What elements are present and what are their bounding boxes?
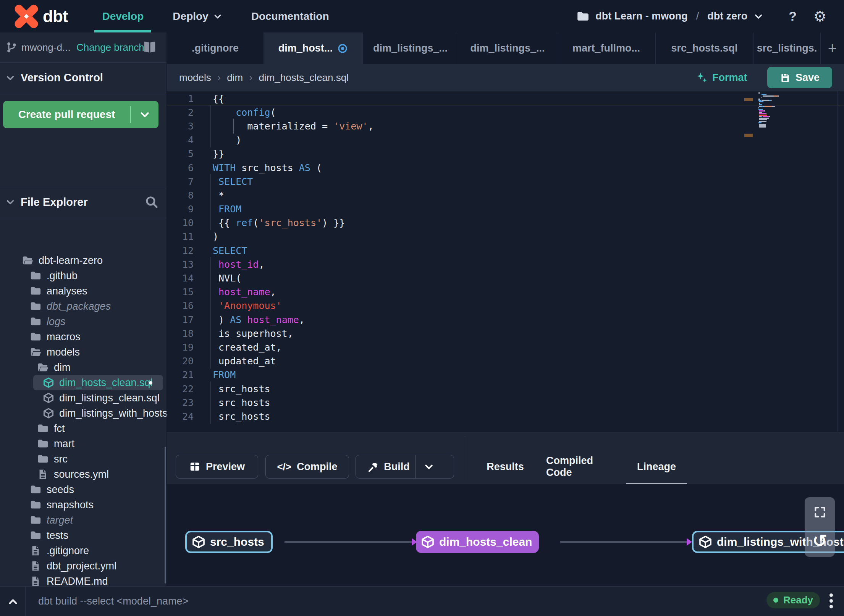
tree-item-.github[interactable]: .github <box>0 268 167 283</box>
file-tab-0[interactable]: .gitignore <box>167 32 264 64</box>
tree-item-dim_hosts_clean.sql[interactable]: dim_hosts_clean.sql <box>33 375 163 390</box>
dbt-logo[interactable]: dbt <box>14 4 68 29</box>
tree-item-target[interactable]: target <box>0 513 167 528</box>
tree-item-mart[interactable]: mart <box>0 436 167 451</box>
folder-icon <box>30 484 41 495</box>
build-button[interactable]: Build <box>356 455 454 479</box>
code-line-13[interactable]: 13 host_id, <box>167 257 844 271</box>
tree-item-snapshots[interactable]: snapshots <box>0 497 167 513</box>
kebab-menu-icon[interactable] <box>829 593 833 608</box>
preview-button[interactable]: Preview <box>176 455 258 479</box>
pr-dropdown-caret[interactable] <box>130 106 158 123</box>
code-line-16[interactable]: 16 'Anonymous' <box>167 299 844 313</box>
help-button[interactable]: ? <box>789 9 797 24</box>
code-line-8[interactable]: 8 * <box>167 188 844 202</box>
code-line-11[interactable]: 11) <box>167 230 844 244</box>
panel-tab-compiled-code[interactable]: Compiled Code <box>546 455 614 479</box>
code-line-1[interactable]: 1{{ <box>167 92 844 105</box>
create-pull-request-button[interactable]: Create pull request <box>3 101 158 128</box>
command-placeholder[interactable]: dbt build --select <model_name> <box>38 595 188 607</box>
tree-item-dbt_packages[interactable]: dbt_packages <box>0 299 167 314</box>
file-tab-2[interactable]: dim_listings_... <box>363 32 458 64</box>
refresh-icon[interactable]: ↺ <box>812 533 827 548</box>
folder-icon <box>30 530 41 541</box>
panel-tab-lineage[interactable]: Lineage <box>630 455 683 479</box>
file-tab-4[interactable]: mart_fullmo... <box>557 32 656 64</box>
code-line-2[interactable]: 2 config( <box>167 105 844 119</box>
code-line-19[interactable]: 19 created_at, <box>167 340 844 354</box>
code-line-17[interactable]: 17 ) AS host_name, <box>167 313 844 327</box>
code-line-21[interactable]: 21FROM <box>167 368 844 382</box>
compile-button[interactable]: </>Compile <box>265 455 349 479</box>
file-tab-3[interactable]: dim_listings_... <box>458 32 557 64</box>
lineage-canvas[interactable]: src_hostsdim_hosts_cleandim_listings_wit… <box>167 484 844 586</box>
version-control-header[interactable]: Version Control <box>0 63 167 93</box>
breadcrumb-part[interactable]: dim <box>227 72 243 84</box>
minimap[interactable] <box>758 92 808 128</box>
tree-item-dim_listings_with_hosts...[interactable]: dim_listings_with_hosts... <box>0 406 167 421</box>
tree-item-README.md[interactable]: README.md <box>0 574 167 586</box>
lineage-node-src_hosts[interactable]: src_hosts <box>185 531 273 553</box>
breadcrumb-part[interactable]: models <box>179 72 211 84</box>
tree-item-analyses[interactable]: analyses <box>0 283 167 299</box>
change-branch-link[interactable]: Change branch <box>76 42 144 53</box>
tree-item-seeds[interactable]: seeds <box>0 482 167 497</box>
tree-item-dim_listings_clean.sql[interactable]: dim_listings_clean.sql <box>0 390 167 406</box>
code-line-3[interactable]: 3 materialized = 'view', <box>167 119 844 133</box>
code-line-14[interactable]: 14 NVL( <box>167 271 844 285</box>
code-line-7[interactable]: 7 SELECT <box>167 175 844 188</box>
tree-item-macros[interactable]: macros <box>0 329 167 344</box>
format-button[interactable]: Format <box>696 72 747 84</box>
tree-item-fct[interactable]: fct <box>0 421 167 436</box>
lineage-node-dim_hosts_clean[interactable]: dim_hosts_clean <box>416 531 539 553</box>
save-button[interactable]: Save <box>767 67 832 88</box>
code-line-10[interactable]: 10 {{ ref('src_hosts') }} <box>167 216 844 230</box>
code-line-23[interactable]: 23 src_hosts <box>167 396 844 409</box>
sidebar-scrollbar[interactable] <box>165 447 166 584</box>
code-line-9[interactable]: 9 FROM <box>167 202 844 216</box>
tree-item-models[interactable]: models <box>0 344 167 360</box>
code-line-12[interactable]: 12SELECT <box>167 244 844 257</box>
file-tab-5[interactable]: src_hosts.sql <box>656 32 753 64</box>
tree-item-label: README.md <box>47 576 108 587</box>
lineage-edge-arrow <box>687 538 692 546</box>
breadcrumb-part[interactable]: dim_hosts_clean.sql <box>259 72 349 84</box>
code-line-5[interactable]: 5}} <box>167 147 844 161</box>
tree-item-logs[interactable]: logs <box>0 314 167 329</box>
tree-item-src[interactable]: src <box>0 451 167 467</box>
nav-item-documentation[interactable]: Documentation <box>251 0 329 32</box>
nav-item-deploy[interactable]: Deploy <box>173 0 222 32</box>
code-line-24[interactable]: 24 src_hosts <box>167 409 844 423</box>
tree-item-.gitignore[interactable]: .gitignore <box>0 543 167 558</box>
tree-item-dbt-learn-zero[interactable]: dbt-learn-zero <box>0 253 167 268</box>
nav-item-develop[interactable]: Develop <box>102 0 144 32</box>
file-tab-label: src_hosts.sql <box>671 42 737 54</box>
project-selector[interactable]: dbt Learn - mwong / dbt zero <box>576 10 763 23</box>
tree-item-tests[interactable]: tests <box>0 528 167 543</box>
model-cube-icon <box>421 535 434 548</box>
fullscreen-icon[interactable] <box>813 506 826 519</box>
code-line-20[interactable]: 20 updated_at <box>167 354 844 368</box>
tree-item-dim[interactable]: dim <box>0 360 167 375</box>
minimap-change-marker <box>744 98 753 101</box>
tree-item-sources.yml[interactable]: sources.yml <box>0 467 167 482</box>
code-line-22[interactable]: 22 src_hosts <box>167 382 844 396</box>
code-line-15[interactable]: 15 host_name, <box>167 285 844 299</box>
file-tab-6[interactable]: src_listings. <box>753 32 821 64</box>
code-editor[interactable]: 1{{2 config(3 materialized = 'view',4 )5… <box>167 91 844 432</box>
docs-book-icon[interactable] <box>142 40 157 55</box>
tree-item-dbt_project.yml[interactable]: dbt_project.yml <box>0 558 167 574</box>
gear-icon[interactable]: ⚙ <box>813 8 826 25</box>
code-line-6[interactable]: 6WITH src_hosts AS ( <box>167 161 844 175</box>
chevron-up-icon[interactable] <box>6 596 20 607</box>
code-text: ) AS host_name, <box>213 314 305 325</box>
code-line-4[interactable]: 4 ) <box>167 133 844 147</box>
build-dropdown-caret[interactable] <box>415 455 443 478</box>
code-line-18[interactable]: 18 is_superhost, <box>167 327 844 340</box>
panel-tab-results[interactable]: Results <box>488 455 522 479</box>
new-tab-button[interactable]: + <box>821 32 844 64</box>
divider <box>25 587 26 616</box>
file-tab-1[interactable]: dim_host... <box>264 32 363 64</box>
search-icon[interactable] <box>145 196 158 209</box>
file-explorer-header[interactable]: File Explorer <box>0 187 167 217</box>
